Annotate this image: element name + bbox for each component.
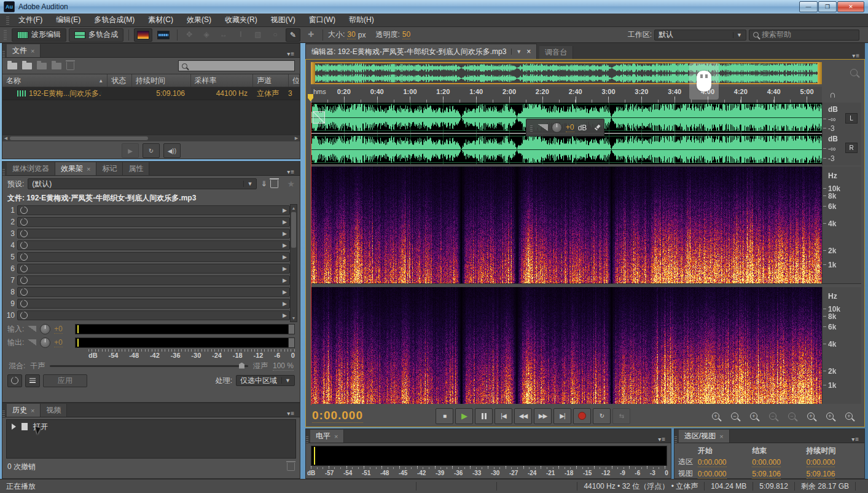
go-to-start-button[interactable]: |◀ [495,408,512,424]
files-horizontal-scrollbar[interactable]: ◀ ▶ [2,135,300,141]
help-search-box[interactable]: 搜索帮助 [749,30,859,41]
waveform-display-toggle[interactable] [155,29,172,41]
brush-size-value[interactable]: 30 [347,30,355,39]
power-icon[interactable] [20,277,28,284]
menu-e[interactable]: 编辑(E) [49,14,87,27]
selection-duration[interactable]: 0:00.000 [807,458,835,467]
col-0[interactable]: 名称 ▲ [2,74,108,87]
tab-属性[interactable]: 属性 [123,162,149,175]
power-icon[interactable] [20,230,28,237]
slot-arrow-icon[interactable]: ▶ [283,231,287,237]
timeline-ruler[interactable]: hms 0:200:401:001:201:402:002:202:403:00… [311,87,822,103]
input-gain-value[interactable]: +0 [54,325,63,334]
move-tool-icon[interactable]: ✥ [182,28,196,41]
slot-arrow-icon[interactable]: ▶ [283,289,287,295]
files-search-input[interactable] [178,60,295,71]
panel-menu-icon[interactable]: ▾≡ [653,436,671,443]
close-icon[interactable]: × [334,433,338,440]
rewind-button[interactable]: ◀◀ [514,408,532,424]
spot-healing-brush-tool-icon[interactable]: ✚ [304,28,318,41]
power-icon[interactable] [20,218,28,226]
col-4[interactable]: 声道 [253,74,289,87]
tab-editor[interactable]: 编辑器: 192-E黄梅戏-严凤英-牛郎织女-到底人间欢乐多.mp3 ▼ × [305,44,537,59]
hud-volume-knob[interactable] [552,122,562,133]
close-icon[interactable]: × [31,47,34,55]
zoom-reset-button[interactable]: − [785,409,799,423]
scroll-down-icon[interactable]: ▼ [291,315,297,321]
files-column-header[interactable]: 名称 ▲状态持续时间采样率声道位 [2,74,300,87]
menu-f[interactable]: 文件(F) [12,14,49,27]
auto-play-button[interactable]: ◀)) [163,143,181,158]
spectral-display-toggle[interactable] [134,28,152,42]
menu-v[interactable]: 视图(V) [264,14,302,27]
mix-slider[interactable] [50,365,248,367]
panel-menu-icon[interactable]: ▾≡ [282,168,300,175]
fx-slot-10[interactable]: 10▶ [5,309,290,321]
chevron-down-icon[interactable]: ▼ [511,49,522,55]
fast-forward-button[interactable]: ▶▶ [534,408,552,424]
loop-preview-button[interactable]: ↻ [143,143,160,158]
view-end[interactable]: 5:09.106 [752,470,781,479]
scroll-right-icon[interactable]: ▶ [293,135,300,141]
slot-arrow-icon[interactable]: ▶ [283,254,287,260]
favorite-star-icon[interactable]: ★ [287,179,295,189]
zoom-out-time-button[interactable]: − [766,409,780,423]
import-file-icon[interactable] [22,63,32,69]
scrollbar-thumb[interactable] [10,136,148,140]
fx-slot-4[interactable]: 4▶ [5,239,290,251]
fx-slot-9[interactable]: 9▶ [5,298,290,309]
overview-navigator[interactable] [311,62,822,84]
selection-start[interactable]: 0:00.000 [698,458,727,467]
left-channel-badge[interactable]: L [845,113,858,124]
play-button[interactable]: ▶ [455,408,473,424]
selection-end[interactable]: 0:00.000 [752,458,781,467]
hud-gain-value[interactable]: +0 [566,123,574,132]
navigator-selection[interactable] [311,62,822,84]
fx-slot-7[interactable]: 7▶ [5,274,290,286]
view-duration[interactable]: 5:09.106 [807,470,835,479]
file-row[interactable]: 192-E黄梅...间欢乐多.mp3 5:09.106 44100 Hz 立体声… [2,87,300,100]
history-entry-open[interactable]: 打开 [7,420,295,433]
scroll-up-icon[interactable]: ▲ [291,205,297,211]
navigator-right-handle[interactable] [818,62,822,84]
record-button[interactable] [573,408,591,424]
power-icon[interactable] [20,265,28,272]
tab-selection-view[interactable]: 选区/视图 × [679,430,730,443]
multitrack-button[interactable]: 多轨合成 [69,28,123,42]
close-icon[interactable]: × [526,47,531,56]
tab-历史[interactable]: 历史× [7,404,41,417]
tab-levels[interactable]: 电平 × [310,430,344,443]
fx-slot-well[interactable]: ▶ [17,299,290,309]
zoom-in-amplitude-button[interactable]: + [709,409,722,423]
slip-tool-icon[interactable]: ◈ [200,28,213,41]
trash-icon[interactable] [66,62,74,70]
spectrogram-left-channel[interactable] [311,167,822,283]
col-3[interactable]: 采样率 [191,74,254,87]
view-start[interactable]: 0:00.000 [698,470,727,479]
navigator-zoom-icon[interactable] [850,69,858,76]
navigator-left-handle[interactable] [311,62,315,84]
fx-slot-8[interactable]: 8▶ [5,286,290,298]
pause-button[interactable] [475,408,493,424]
marquee-selection-tool-icon[interactable]: ▧ [251,28,265,41]
current-time-display[interactable]: 0:00.000 [312,409,363,423]
fx-slot-well[interactable]: ▶ [17,252,290,262]
fx-slot-well[interactable]: ▶ [17,229,290,239]
fx-slot-2[interactable]: 2▶ [5,216,290,227]
fx-slot-well[interactable]: ▶ [17,264,290,274]
fx-slot-1[interactable]: 1▶ [5,204,290,216]
time-selection-tool-icon[interactable]: I [234,28,248,41]
loop-playback-button[interactable]: ↻ [593,408,611,424]
lasso-selection-tool-icon[interactable]: ○ [268,28,282,41]
zoom-in-time-button[interactable]: + [747,409,760,423]
close-icon[interactable]: × [87,165,90,173]
power-icon[interactable] [20,253,28,261]
fx-slot-well[interactable]: ▶ [17,310,290,320]
fx-slot-3[interactable]: 3▶ [5,227,290,239]
fx-slot-well[interactable]: ▶ [17,287,290,297]
spectrogram-right-channel[interactable] [311,287,822,404]
paintbrush-tool-icon[interactable]: ✎ [286,28,300,42]
preview-play-button[interactable]: ▶ [122,143,139,158]
pin-icon[interactable] [594,125,600,131]
fx-list-button[interactable] [25,374,40,387]
